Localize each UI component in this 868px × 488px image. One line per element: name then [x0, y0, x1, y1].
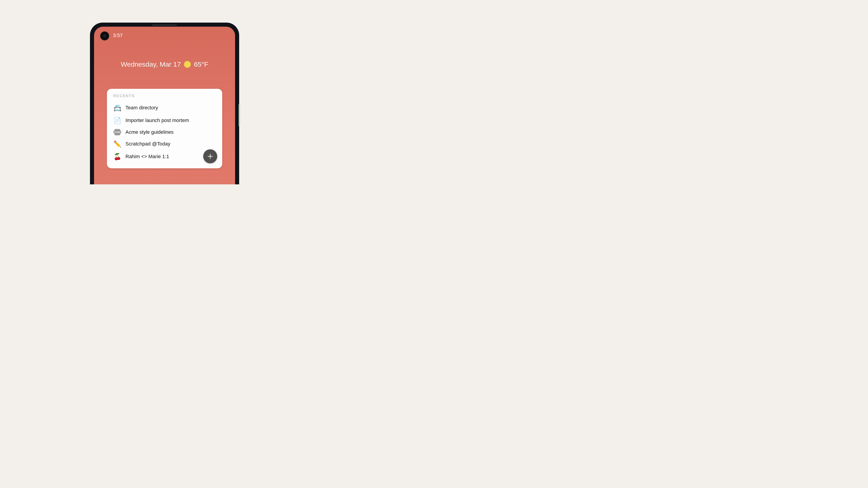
- temperature-label: 65°F: [194, 61, 209, 68]
- recents-widget[interactable]: RECENTS 📇 Team directory 📄 Importer laun…: [107, 89, 222, 168]
- list-item[interactable]: ACME Acme style guidelines: [113, 127, 216, 138]
- list-item-label: Scratchpad @Today: [125, 141, 170, 147]
- list-item-label: Acme style guidelines: [125, 129, 174, 135]
- list-item[interactable]: 📇 Team directory: [113, 101, 216, 114]
- card-file-icon: 📇: [113, 104, 121, 112]
- sun-icon: [184, 61, 191, 68]
- list-item[interactable]: ✏️ Scratchpad @Today: [113, 138, 216, 150]
- add-button[interactable]: [203, 149, 217, 163]
- phone-frame: 3:57 Wednesday, Mar 17 65°F RECENTS 📇 Te…: [90, 23, 239, 184]
- list-item[interactable]: 📄 Importer launch post mortem: [113, 114, 216, 127]
- date-label: Wednesday, Mar 17: [121, 61, 181, 68]
- list-item-label: Team directory: [125, 105, 158, 111]
- acme-logo-icon: ACME: [113, 129, 121, 135]
- widget-header: RECENTS: [113, 94, 216, 98]
- plus-icon: [207, 153, 213, 160]
- list-item-label: Rahim <> Marie 1:1: [125, 154, 169, 160]
- camera-lens: [103, 34, 106, 37]
- front-camera: [100, 32, 109, 40]
- date-weather-widget[interactable]: Wednesday, Mar 17 65°F: [94, 61, 235, 68]
- power-button[interactable]: [239, 104, 240, 127]
- cherries-icon: 🍒: [113, 153, 121, 161]
- document-icon: 📄: [113, 116, 121, 125]
- phone-speaker: [152, 24, 177, 26]
- status-bar-time: 3:57: [113, 33, 123, 38]
- pencil-icon: ✏️: [113, 140, 121, 148]
- phone-screen: 3:57 Wednesday, Mar 17 65°F RECENTS 📇 Te…: [94, 27, 235, 184]
- list-item-label: Importer launch post mortem: [125, 118, 189, 123]
- list-item[interactable]: 🍒 Rahim <> Marie 1:1: [113, 150, 216, 163]
